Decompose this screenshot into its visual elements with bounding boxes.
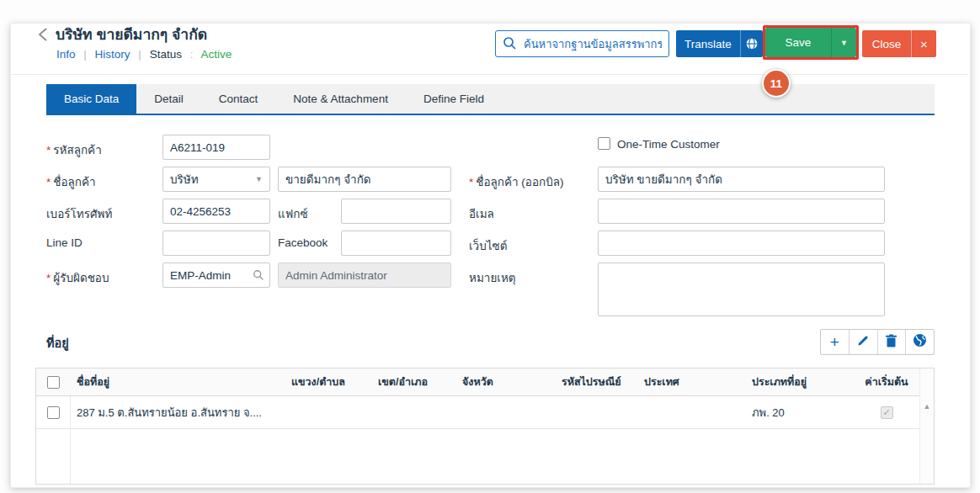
map-address-button[interactable] bbox=[905, 330, 934, 354]
phone-label: เบอร์โทรศัพท์ bbox=[46, 204, 112, 223]
tab-contact[interactable]: Contact bbox=[201, 84, 276, 114]
plus-icon: + bbox=[830, 334, 839, 350]
customer-code-label: *รหัสลูกค้า bbox=[46, 140, 102, 159]
trash-icon bbox=[885, 334, 897, 351]
status-label: Status bbox=[150, 48, 182, 61]
required-asterisk: * bbox=[46, 176, 51, 188]
email-label: อีเมล bbox=[469, 204, 494, 223]
caret-down-icon: ▼ bbox=[840, 39, 848, 47]
tab-note-attachment[interactable]: Note & Attachment bbox=[275, 84, 406, 114]
chevron-down-icon: ▼ bbox=[255, 175, 263, 183]
row-address-type: ภพ. 20 bbox=[745, 404, 852, 421]
save-dropdown-toggle[interactable]: ▼ bbox=[831, 28, 856, 57]
subnav: Info | History | Status : Active bbox=[56, 48, 237, 61]
annotation-step-badge: 11 bbox=[762, 69, 791, 98]
revenue-search bbox=[495, 30, 669, 57]
close-label: Close bbox=[862, 30, 911, 57]
tab-bar: Basic Data Detail Contact Note & Attachm… bbox=[46, 84, 935, 115]
billing-name-label: *ชื่อลูกค้า (ออกบิล) bbox=[469, 172, 564, 191]
status-value: Active bbox=[200, 48, 232, 61]
customer-name-label: *ชื่อลูกค้า bbox=[46, 172, 96, 191]
back-button[interactable] bbox=[37, 26, 52, 43]
table-scrollbar[interactable]: ▲ bbox=[919, 368, 934, 484]
facebook-input[interactable] bbox=[341, 231, 451, 256]
column-header-address-name: ชื่อที่อยู่ bbox=[70, 374, 285, 390]
tab-detail[interactable]: Detail bbox=[136, 84, 201, 114]
save-label: Save bbox=[765, 28, 831, 57]
edit-address-button[interactable] bbox=[849, 330, 877, 354]
history-link[interactable]: History bbox=[95, 48, 130, 61]
column-header-postal-code: รหัสไปรษณีย์ bbox=[555, 374, 637, 390]
close-x-icon: × bbox=[911, 30, 936, 57]
column-header-address-type: ประเภทที่อยู่ bbox=[745, 374, 852, 390]
world-icon bbox=[913, 333, 927, 351]
globe-icon bbox=[740, 30, 763, 57]
back-chevron-icon bbox=[37, 31, 49, 45]
customer-name-input[interactable] bbox=[278, 167, 451, 192]
column-header-district: เขต/อำเภอ bbox=[371, 374, 455, 390]
remark-textarea[interactable] bbox=[598, 262, 885, 316]
status-colon: : bbox=[190, 48, 194, 61]
save-button[interactable]: Save ▼ bbox=[765, 28, 856, 57]
info-link[interactable]: Info bbox=[56, 48, 76, 61]
add-address-button[interactable]: + bbox=[821, 330, 849, 354]
responsible-label: *ผู้รับผิดชอบ bbox=[46, 268, 109, 287]
tab-basic-data[interactable]: Basic Data bbox=[46, 84, 136, 114]
table-row[interactable]: 287 ม.5 ต.สันทรายน้อย อ.สันทราย จ.... ภพ… bbox=[36, 396, 934, 429]
customer-prefix-select[interactable]: บริษัท ▼ bbox=[162, 167, 270, 192]
close-button[interactable]: Close × bbox=[862, 30, 936, 57]
website-input[interactable] bbox=[598, 231, 885, 256]
lookup-search-icon bbox=[253, 269, 264, 284]
fax-label: แฟกซ์ bbox=[278, 204, 308, 223]
responsible-lookup bbox=[162, 262, 270, 288]
page-title: บริษัท ขายดีมากๆ จำกัด bbox=[56, 23, 207, 46]
responsible-name-input bbox=[278, 262, 451, 288]
row-checkbox[interactable] bbox=[47, 406, 60, 419]
translate-button[interactable]: Translate bbox=[676, 30, 763, 57]
one-time-customer-checkbox[interactable] bbox=[598, 137, 610, 150]
address-action-toolbar: + bbox=[820, 329, 935, 355]
revenue-search-input[interactable] bbox=[495, 30, 669, 57]
address-table-header: ชื่อที่อยู่ แขวง/ตำบล เขต/อำเภอ จังหวัด … bbox=[36, 368, 934, 396]
address-section-title: ที่อยู่ bbox=[46, 333, 69, 353]
app-window: บริษัท ขายดีมากๆ จำกัด Info | History | … bbox=[0, 0, 980, 493]
one-time-customer-label: One-Time Customer bbox=[617, 138, 720, 151]
delete-address-button[interactable] bbox=[877, 330, 906, 354]
required-asterisk: * bbox=[46, 144, 51, 156]
billing-name-input[interactable] bbox=[598, 167, 885, 192]
email-input[interactable] bbox=[598, 199, 885, 224]
column-header-subdistrict: แขวง/ตำบล bbox=[285, 374, 371, 390]
line-id-label: Line ID bbox=[46, 236, 83, 249]
select-all-checkbox[interactable] bbox=[47, 376, 60, 389]
scroll-up-icon[interactable]: ▲ bbox=[920, 402, 934, 411]
search-icon bbox=[503, 36, 517, 54]
line-id-input[interactable] bbox=[162, 231, 270, 256]
customer-prefix-value: บริษัท bbox=[170, 170, 199, 188]
checkbox-column-divider bbox=[70, 396, 71, 484]
fax-input[interactable] bbox=[341, 199, 451, 224]
phone-input[interactable] bbox=[162, 199, 270, 224]
save-highlight-outline: Save ▼ bbox=[763, 25, 859, 60]
address-table: ชื่อที่อยู่ แขวง/ตำบล เขต/อำเภอ จังหวัด … bbox=[35, 368, 935, 485]
facebook-label: Facebook bbox=[278, 236, 328, 249]
subnav-separator: | bbox=[83, 48, 87, 61]
tab-define-field[interactable]: Define Field bbox=[406, 84, 502, 114]
column-header-default: ค่าเริ่มต้น bbox=[852, 374, 921, 390]
website-label: เว็บไซต์ bbox=[469, 236, 507, 255]
customer-code-input[interactable] bbox=[162, 135, 270, 160]
subnav-separator: | bbox=[138, 48, 141, 61]
required-asterisk: * bbox=[46, 272, 51, 284]
remark-label: หมายเหตุ bbox=[469, 268, 516, 287]
required-asterisk: * bbox=[469, 176, 473, 188]
header-divider bbox=[11, 74, 968, 75]
column-header-country: ประเทศ bbox=[637, 374, 745, 390]
pencil-icon bbox=[856, 334, 870, 351]
column-header-province: จังหวัด bbox=[455, 374, 555, 390]
row-default-checkbox: ✓ bbox=[881, 406, 893, 419]
row-address-name: 287 ม.5 ต.สันทรายน้อย อ.สันทราย จ.... bbox=[70, 404, 285, 421]
translate-label: Translate bbox=[676, 30, 740, 57]
